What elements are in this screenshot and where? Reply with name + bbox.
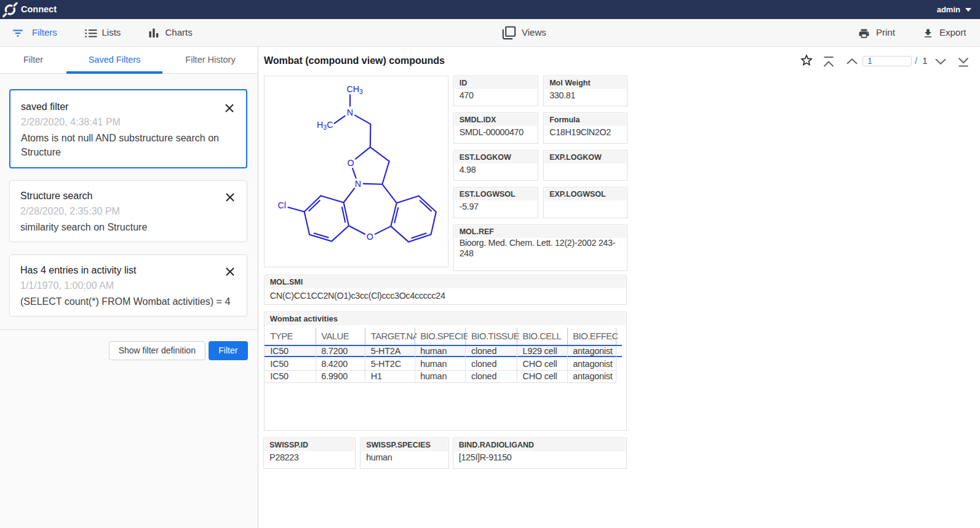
svg-text:N: N [354, 179, 361, 189]
svg-text:N: N [346, 108, 353, 117]
svg-text:CH3: CH3 [346, 84, 363, 95]
svg-text:H3C: H3C [317, 120, 333, 131]
svg-text:Cl: Cl [277, 200, 285, 210]
svg-text:O: O [347, 158, 354, 168]
svg-text:O: O [366, 232, 373, 242]
